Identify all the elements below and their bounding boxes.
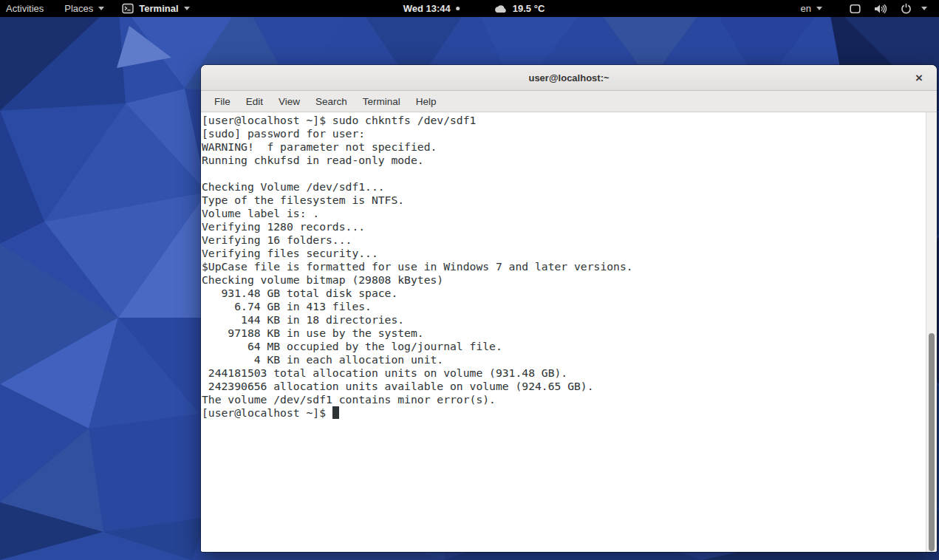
menu-file[interactable]: File bbox=[207, 93, 238, 110]
chevron-down-icon bbox=[816, 7, 822, 10]
display-icon bbox=[850, 4, 861, 14]
terminal-content-area[interactable]: [user@localhost ~]$ sudo chkntfs /dev/sd… bbox=[201, 112, 937, 552]
menu-search[interactable]: Search bbox=[308, 93, 355, 110]
close-icon: × bbox=[915, 72, 923, 84]
app-menu-label: Terminal bbox=[139, 3, 178, 14]
weather-indicator[interactable]: 19.5 °C bbox=[489, 0, 550, 17]
chevron-down-icon bbox=[98, 7, 104, 10]
scrollbar-thumb[interactable] bbox=[929, 333, 935, 551]
keyboard-layout-label: en bbox=[801, 3, 811, 14]
places-menu[interactable]: Places bbox=[60, 0, 109, 17]
menu-bar: File Edit View Search Terminal Help bbox=[201, 91, 937, 112]
activities-button[interactable]: Activities bbox=[1, 0, 48, 17]
menu-help[interactable]: Help bbox=[409, 93, 444, 110]
window-title: user@localhost:~ bbox=[528, 72, 609, 83]
power-icon bbox=[901, 3, 912, 14]
weather-temp-label: 19.5 °C bbox=[513, 3, 545, 14]
chevron-down-icon bbox=[921, 7, 927, 10]
top-bar: Activities Places Terminal Wed 13:44 19.… bbox=[0, 0, 939, 17]
terminal-cursor bbox=[332, 406, 339, 419]
terminal-prompt-row: [user@localhost ~]$ bbox=[202, 406, 926, 420]
notification-dot-icon bbox=[456, 7, 460, 10]
terminal-prompt: [user@localhost ~]$ bbox=[202, 406, 332, 419]
places-label: Places bbox=[64, 3, 93, 14]
clock-label: Wed 13:44 bbox=[403, 3, 451, 14]
activities-label: Activities bbox=[6, 3, 44, 14]
menu-edit[interactable]: Edit bbox=[239, 93, 270, 110]
window-titlebar[interactable]: user@localhost:~ × bbox=[201, 65, 937, 91]
cloud-icon bbox=[494, 4, 508, 13]
close-button[interactable]: × bbox=[911, 69, 927, 86]
terminal-output: [user@localhost ~]$ sudo chkntfs /dev/sd… bbox=[202, 114, 926, 406]
keyboard-layout-menu[interactable]: en bbox=[796, 0, 827, 17]
system-menu[interactable] bbox=[839, 0, 932, 17]
clock-button[interactable]: Wed 13:44 bbox=[399, 0, 464, 17]
terminal-icon bbox=[122, 3, 134, 14]
app-menu-terminal[interactable]: Terminal bbox=[117, 0, 194, 17]
terminal-window: user@localhost:~ × File Edit View Search… bbox=[201, 65, 937, 552]
menu-view[interactable]: View bbox=[271, 93, 307, 110]
volume-icon bbox=[874, 4, 887, 14]
scrollbar-track[interactable] bbox=[926, 112, 937, 552]
menu-terminal[interactable]: Terminal bbox=[355, 93, 408, 110]
terminal-text: [user@localhost ~]$ sudo chkntfs /dev/sd… bbox=[202, 114, 926, 420]
chevron-down-icon bbox=[184, 7, 190, 10]
